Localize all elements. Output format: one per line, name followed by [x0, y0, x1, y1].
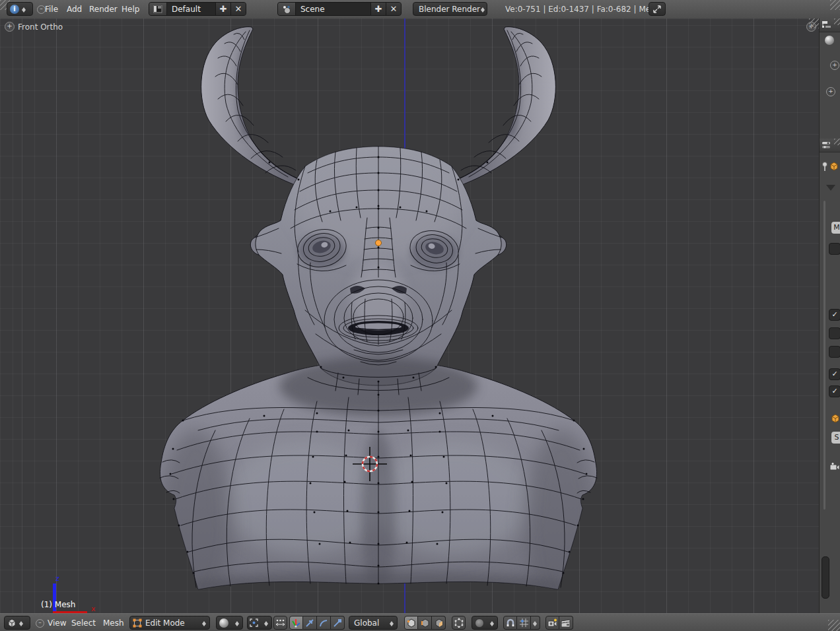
delete-layout-button[interactable]: ✕: [230, 3, 246, 15]
face-select-icon: [434, 618, 444, 628]
outliner-editor-icon: [822, 20, 832, 30]
opengl-render-still-button[interactable]: [545, 616, 559, 630]
properties-scrollbar[interactable]: [823, 201, 825, 510]
object-cube-icon[interactable]: [829, 161, 839, 172]
menu-help[interactable]: Help: [122, 5, 139, 14]
mode-dropdown[interactable]: Edit Mode: [129, 616, 210, 630]
panel-collapse-triangle-icon[interactable]: [826, 185, 835, 195]
menu-select[interactable]: Select: [71, 618, 96, 628]
edit-mode-icon: [133, 618, 142, 628]
right-panel-sliver[interactable]: + + M ✓ ✓ ✓ S: [819, 18, 840, 613]
chevron-updown-icon: [21, 5, 27, 13]
properties-editor-icon: [822, 141, 832, 150]
icon-button-partial[interactable]: [829, 243, 840, 255]
chevron-updown-icon: [532, 619, 538, 626]
manipulator-axes-icon: [291, 618, 301, 628]
manipulate-center-points-button[interactable]: [273, 616, 287, 630]
region-resize-grip[interactable]: [834, 139, 840, 145]
translate-arrow-icon: [305, 618, 314, 628]
screen-layout-icon: [149, 3, 167, 15]
gizmo-z-label: z: [55, 574, 59, 583]
snap-toggle-button[interactable]: [503, 616, 517, 630]
outliner-header[interactable]: [820, 18, 840, 32]
snap-mode-dropdown[interactable]: [531, 616, 540, 630]
scene-icon: [278, 3, 296, 15]
face-select-button[interactable]: [432, 616, 446, 630]
editor-type-button-info[interactable]: i: [7, 2, 33, 16]
material-sphere-icon[interactable]: [825, 36, 834, 45]
window-duplicate-button[interactable]: [648, 2, 666, 16]
proportional-edit-dropdown[interactable]: [472, 616, 498, 630]
center-points-icon: [275, 618, 285, 627]
rotate-arc-icon: [319, 618, 328, 628]
3d-viewport[interactable]: + Front Ortho + z x (1) Mesh: [0, 18, 819, 613]
3d-view-editor-icon: [7, 618, 17, 628]
camera-icon[interactable]: [829, 462, 840, 471]
delete-scene-button[interactable]: ✕: [386, 3, 401, 15]
menu-mesh[interactable]: Mesh: [103, 618, 124, 628]
rotate-manipulator-button[interactable]: [317, 616, 331, 630]
mesh-wireframe[interactable]: [0, 18, 819, 613]
render-engine-dropdown[interactable]: Blender Render: [413, 2, 487, 16]
scene-selector[interactable]: Scene ✚ ✕: [277, 2, 402, 16]
checkbox-checked[interactable]: ✓: [829, 309, 840, 321]
vertex-select-button[interactable]: [404, 616, 418, 630]
add-layout-button[interactable]: ✚: [215, 3, 230, 15]
opengl-render-anim-button[interactable]: [559, 616, 573, 630]
viewport-resize-grip[interactable]: [809, 18, 819, 28]
window-resize-grip[interactable]: [828, 620, 840, 631]
gizmo-x-label: x: [91, 605, 96, 613]
chevron-updown-icon: [389, 619, 395, 626]
pivot-point-dropdown[interactable]: [247, 616, 272, 630]
blender-window: i – File Add Render Help Default ✚ ✕ Sce…: [0, 0, 840, 631]
right-horn: [456, 27, 555, 186]
mesh-data-cube-icon[interactable]: [830, 413, 840, 424]
edge-select-button[interactable]: [418, 616, 432, 630]
active-object-info: (1) Mesh: [41, 600, 75, 609]
panel-label-partial: S: [831, 432, 840, 444]
checkbox-checked[interactable]: ✓: [829, 385, 840, 397]
region-resize-grip[interactable]: [834, 18, 840, 25]
info-editor-icon: i: [10, 5, 19, 14]
limit-selection-visible-button[interactable]: [452, 616, 466, 630]
manipulator-toggle-button[interactable]: [289, 616, 303, 630]
checkbox[interactable]: [829, 346, 840, 358]
menu-file[interactable]: File: [45, 5, 58, 14]
pivot-icon: [250, 618, 258, 627]
vertex-select-icon: [406, 618, 416, 628]
expand-item-icon[interactable]: +: [830, 61, 839, 70]
chevron-updown-icon: [480, 5, 486, 13]
checkbox[interactable]: [829, 327, 840, 339]
screen-layout-value: Default: [167, 5, 215, 14]
scale-manipulator-button[interactable]: [331, 616, 345, 630]
collapse-menus-icon[interactable]: –: [36, 619, 44, 628]
checkbox-checked[interactable]: ✓: [829, 368, 840, 380]
window-resize-grip[interactable]: [830, 0, 840, 10]
viewport-shading-dropdown[interactable]: [216, 616, 243, 630]
transform-orientation-dropdown[interactable]: Global: [349, 616, 398, 630]
menu-add[interactable]: Add: [67, 5, 82, 14]
scrollbar-handle[interactable]: [822, 556, 829, 599]
orientation-value: Global: [349, 618, 379, 628]
snap-element-button[interactable]: [517, 616, 531, 630]
proportional-falloff-icon: [475, 618, 484, 628]
screen-layout-selector[interactable]: Default ✚ ✕: [149, 2, 246, 16]
panel-label-partial: M: [831, 222, 840, 234]
camera-star-icon: [547, 618, 558, 628]
chevron-updown-icon: [18, 619, 24, 626]
edge-select-icon: [420, 618, 430, 628]
chevron-updown-icon: [263, 619, 269, 626]
properties-header[interactable]: [820, 139, 840, 152]
scene-statistics: Ve:0-751 | Ed:0-1437 | Fa:0-682 | Mesh: [505, 5, 660, 14]
shading-sphere-icon: [219, 618, 228, 628]
menu-render[interactable]: Render: [89, 5, 118, 14]
translate-manipulator-button[interactable]: [303, 616, 317, 630]
editor-type-button-3dview[interactable]: [4, 616, 30, 630]
menu-view[interactable]: View: [48, 618, 66, 628]
pin-icon[interactable]: [821, 161, 829, 172]
magnet-icon: [506, 618, 515, 628]
add-scene-button[interactable]: ✚: [370, 3, 386, 15]
expand-toolshelf-icon[interactable]: +: [5, 22, 15, 32]
scene-value: Scene: [296, 5, 370, 14]
expand-item-icon[interactable]: +: [826, 87, 835, 96]
